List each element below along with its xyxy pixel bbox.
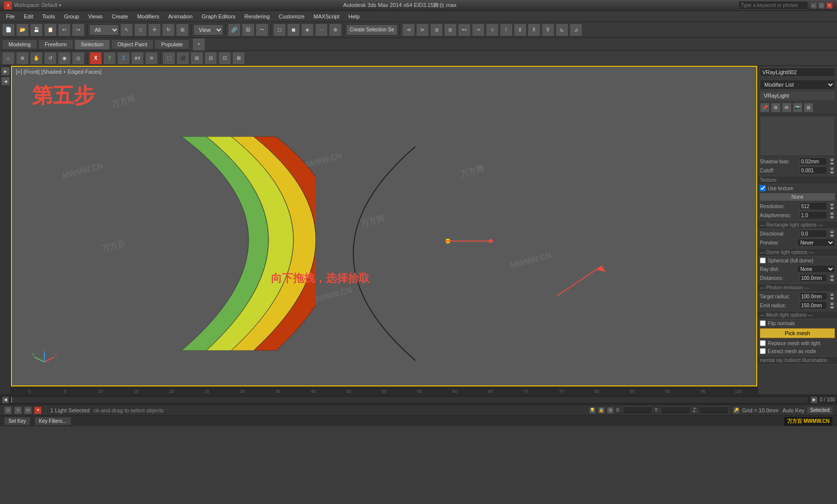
tab-object-paint[interactable]: Object Paint [111, 39, 154, 49]
new-scene-button[interactable]: 📄 [2, 23, 15, 36]
shadow-bias-up[interactable]: ▲ [829, 157, 835, 161]
menu-rendering[interactable]: Rendering [241, 12, 274, 20]
axis-x-button[interactable]: X [89, 52, 102, 65]
pick-mesh-button[interactable]: Pick mesh [760, 328, 835, 338]
tab-extra-button[interactable]: + [192, 38, 205, 51]
scale-button[interactable]: ⊞ [176, 23, 189, 36]
unlink-button[interactable]: ⛓ [242, 23, 255, 36]
envelope-icon-btn[interactable]: ✉ [782, 103, 792, 113]
menu-modifiers[interactable]: Modifiers [133, 12, 163, 20]
tb-btn-7[interactable]: ⊳ [416, 23, 429, 36]
emit-radius-up[interactable]: ▲ [829, 301, 835, 305]
extract-mesh-checkbox[interactable] [760, 348, 766, 354]
pan-btn[interactable]: ✋ [30, 52, 43, 65]
flip-normals-checkbox[interactable] [760, 320, 766, 326]
preview-dropdown[interactable]: Never [797, 239, 836, 247]
grid-icon-btn[interactable]: ⊞ [804, 103, 814, 113]
menu-customize[interactable]: Customize [275, 12, 308, 20]
tb2-btn1[interactable]: ◉ [58, 52, 71, 65]
link-button[interactable]: 🔗 [228, 23, 241, 36]
shadow-bias-down[interactable]: ▼ [829, 161, 835, 165]
save-as-button[interactable]: 📋 [44, 23, 57, 36]
menu-graph-editors[interactable]: Graph Editors [198, 12, 240, 20]
tb2-btn8[interactable]: ⊡ [218, 52, 231, 65]
directional-down[interactable]: ▼ [829, 234, 835, 238]
selected-badge[interactable]: Selected [807, 406, 833, 414]
search-input[interactable] [738, 1, 808, 10]
open-button[interactable]: 📂 [16, 23, 29, 36]
tb-btn-12[interactable]: ⊹ [486, 23, 499, 36]
axis-y-button[interactable]: Y [103, 52, 116, 65]
spherical-checkbox[interactable] [760, 257, 766, 263]
timeline-play-back[interactable]: ◀ [2, 396, 9, 403]
resolution-down[interactable]: ▼ [829, 206, 835, 210]
tb-btn-4[interactable]: ⋯ [315, 23, 328, 36]
y-input[interactable] [661, 406, 691, 414]
cutoff-up[interactable]: ▲ [829, 166, 835, 170]
texture-none-label[interactable]: None [760, 193, 835, 201]
select-region-button[interactable]: □ [134, 23, 147, 36]
resolution-input[interactable] [800, 202, 827, 210]
tb-btn-16[interactable]: ⊽ [542, 23, 555, 36]
maximize-button[interactable]: □ [818, 2, 825, 9]
distances-down[interactable]: ▼ [829, 278, 835, 282]
filter-dropdown[interactable]: All [89, 24, 119, 35]
cutoff-input[interactable] [800, 166, 827, 174]
save-button[interactable]: 💾 [30, 23, 43, 36]
tb-btn-2[interactable]: ◼ [287, 23, 300, 36]
tb2-btn2[interactable]: ◎ [72, 52, 85, 65]
emit-radius-input[interactable] [800, 301, 827, 309]
view-dropdown[interactable]: View [193, 24, 223, 35]
adaptiveness-input[interactable] [800, 211, 827, 219]
tb-btn-10[interactable]: ⊷ [458, 23, 471, 36]
tb2-btn7[interactable]: ⊟ [204, 52, 217, 65]
adaptiveness-up[interactable]: ▲ [829, 211, 835, 215]
distances-up[interactable]: ▲ [829, 274, 835, 278]
tb2-btn3[interactable]: ≋ [145, 52, 158, 65]
tb-btn-14[interactable]: ⊻ [514, 23, 527, 36]
create-selection-set-button[interactable]: Create Selection Se [346, 24, 398, 35]
menu-animation[interactable]: Animation [164, 12, 197, 20]
menu-group[interactable]: Group [60, 12, 83, 20]
shadow-bias-input[interactable] [800, 157, 827, 165]
adaptiveness-down[interactable]: ▼ [829, 215, 835, 219]
tab-populate[interactable]: Populate [154, 39, 189, 49]
home-btn[interactable]: ⌂ [2, 52, 15, 65]
tb-btn-15[interactable]: ⊼ [528, 23, 541, 36]
cutoff-down[interactable]: ▼ [829, 170, 835, 174]
modifier-list-dropdown[interactable]: Modifier List [760, 80, 835, 90]
menu-help[interactable]: Help [344, 12, 364, 20]
viewport[interactable]: [+] [Front] [Shaded + Edged Faces] 第五步 万… [11, 66, 757, 386]
camera-icon-btn[interactable]: 📷 [793, 103, 803, 113]
tb2-btn5[interactable]: ⬛ [176, 52, 189, 65]
distances-input[interactable] [800, 274, 827, 282]
menu-tools[interactable]: Tools [38, 12, 59, 20]
emit-radius-down[interactable]: ▼ [829, 305, 835, 309]
tb2-btn6[interactable]: ⊞ [190, 52, 203, 65]
tb-btn-17[interactable]: ⊾ [556, 23, 568, 36]
target-radius-input[interactable] [800, 292, 827, 300]
tb2-btn9[interactable]: ⊠ [232, 52, 245, 65]
tab-freeform[interactable]: Freeform [38, 39, 74, 49]
timeline-track[interactable] [11, 396, 809, 403]
tb-btn-8[interactable]: ⊴ [430, 23, 443, 36]
tb-btn-9[interactable]: ⊵ [444, 23, 457, 36]
tb-btn-3[interactable]: ◈ [301, 23, 314, 36]
undo-button[interactable]: ↩ [58, 23, 71, 36]
target-radius-down[interactable]: ▼ [829, 296, 835, 300]
rotate-button[interactable]: ↻ [162, 23, 175, 36]
set-key-button[interactable]: Set Key [4, 417, 30, 425]
tab-modeling[interactable]: Modeling [2, 39, 37, 49]
close-button[interactable]: ✕ [826, 2, 833, 9]
key-filters-button[interactable]: Key Filters... [34, 417, 71, 425]
close-mini-btn[interactable]: ✕ [34, 406, 42, 414]
modifier-icon-btn[interactable]: ⚙ [771, 103, 781, 113]
tb-btn-6[interactable]: ⊲ [402, 23, 415, 36]
directional-input[interactable] [800, 230, 827, 238]
tb-btn-5[interactable]: ⊕ [329, 23, 342, 36]
timeline-play-forward[interactable]: ▶ [811, 396, 818, 403]
tb-btn-11[interactable]: ⊸ [472, 23, 485, 36]
object-name-field[interactable] [760, 68, 835, 77]
tab-selection[interactable]: Selection [74, 39, 110, 49]
ray-dist-dropdown[interactable]: None [797, 265, 836, 273]
